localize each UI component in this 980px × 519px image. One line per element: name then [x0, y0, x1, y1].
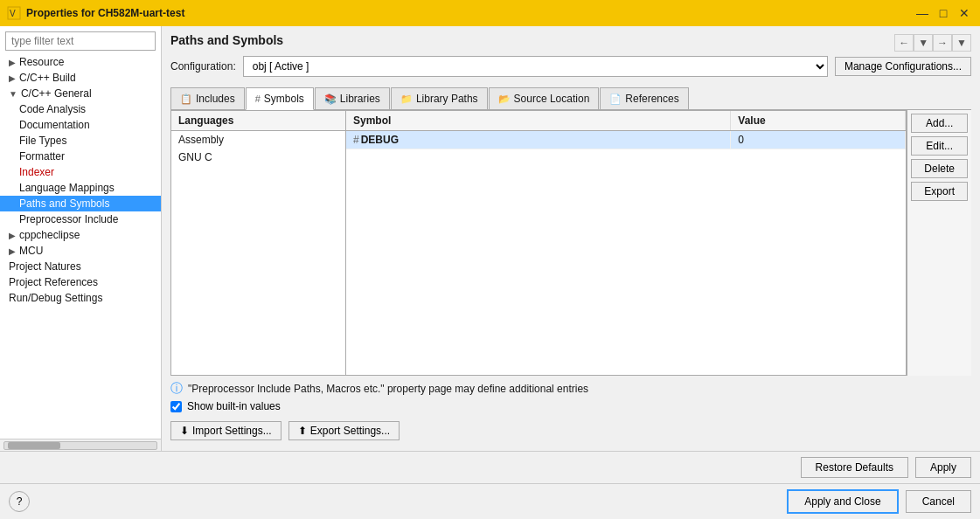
- sidebar-item-label: Project References: [9, 276, 98, 288]
- sidebar-item-label: Paths and Symbols: [19, 197, 109, 210]
- show-built-in-checkbox[interactable]: [170, 401, 182, 412]
- sidebar-item-label: Documentation: [19, 119, 90, 131]
- table-row[interactable]: #DEBUG 0: [346, 131, 906, 149]
- left-panel: ▶ Resource ▶ C/C++ Build ▼ C/C++ General…: [0, 26, 162, 451]
- sidebar-item-language-mappings[interactable]: Language Mappings: [0, 180, 161, 196]
- tab-references[interactable]: 📄 References: [600, 87, 688, 109]
- export-icon: ⬆: [298, 425, 307, 437]
- tab-includes-icon: 📋: [180, 93, 192, 105]
- lang-item-gnu-c[interactable]: GNU C: [171, 149, 345, 166]
- manage-configurations-button[interactable]: Manage Configurations...: [835, 57, 971, 76]
- config-label: Configuration:: [170, 60, 236, 73]
- sidebar-item-project-references[interactable]: Project References: [0, 274, 161, 290]
- minimize-button[interactable]: —: [914, 4, 931, 22]
- import-export-row: ⬇ Import Settings... ⬆ Export Settings..…: [170, 418, 971, 444]
- tab-includes[interactable]: 📋 Includes: [170, 87, 245, 109]
- sidebar-item-cppcheclipse[interactable]: ▶ cppcheclipse: [0, 227, 161, 243]
- sidebar-item-resource[interactable]: ▶ Resource: [0, 54, 161, 70]
- lang-item-assembly[interactable]: Assembly: [171, 131, 345, 149]
- sidebar-item-paths-symbols[interactable]: Paths and Symbols: [0, 196, 161, 211]
- expand-icon: ▼: [9, 89, 17, 99]
- sidebar-item-documentation[interactable]: Documentation: [0, 117, 161, 133]
- cancel-button[interactable]: Cancel: [906, 490, 971, 513]
- sidebar-item-code-analysis[interactable]: Code Analysis: [0, 101, 161, 117]
- tab-source-location-icon: 📂: [498, 93, 511, 105]
- tab-libraries[interactable]: 📚 Libraries: [315, 87, 390, 109]
- export-symbol-button[interactable]: Export: [911, 182, 968, 201]
- sidebar-item-cpp-build[interactable]: ▶ C/C++ Build: [0, 70, 161, 86]
- data-header: Symbol Value: [346, 111, 906, 131]
- import-icon: ⬇: [180, 425, 189, 437]
- tab-libraries-icon: 📚: [324, 93, 337, 105]
- expand-icon: ▶: [9, 246, 16, 256]
- sidebar-item-label: Code Analysis: [19, 103, 86, 115]
- sidebar-item-project-natures[interactable]: Project Natures: [0, 259, 161, 274]
- maximize-button[interactable]: □: [935, 4, 952, 22]
- lang-column-header: Languages: [171, 111, 345, 131]
- expand-icon: ▶: [9, 58, 16, 67]
- info-text: "Preprocessor Include Paths, Macros etc.…: [188, 383, 588, 395]
- nav-back-button[interactable]: ←: [894, 34, 914, 52]
- sidebar-item-mcu[interactable]: ▶ MCU: [0, 243, 161, 259]
- config-select[interactable]: obj [ Active ]: [243, 56, 828, 77]
- edit-button[interactable]: Edit...: [911, 136, 968, 156]
- restore-defaults-button[interactable]: Restore Defaults: [801, 457, 908, 478]
- tab-library-paths[interactable]: 📁 Library Paths: [391, 87, 488, 109]
- tab-symbols[interactable]: # Symbols: [246, 87, 314, 110]
- sidebar-item-label: C/C++ General: [21, 87, 92, 100]
- sidebar-item-preprocessor-include[interactable]: Preprocessor Include: [0, 211, 161, 227]
- add-button[interactable]: Add...: [911, 114, 968, 133]
- sidebar-item-run-debug-settings[interactable]: Run/Debug Settings: [0, 290, 161, 306]
- export-settings-button[interactable]: ⬆ Export Settings...: [288, 421, 400, 440]
- tab-symbols-icon: #: [255, 93, 261, 104]
- tab-references-icon: 📄: [609, 93, 622, 105]
- value-col-header: Value: [731, 111, 906, 130]
- sidebar-item-label: Language Mappings: [19, 182, 115, 194]
- sidebar-item-label: MCU: [19, 245, 43, 257]
- sidebar-item-formatter[interactable]: Formatter: [0, 149, 161, 164]
- apply-close-button[interactable]: Apply and Close: [787, 489, 898, 514]
- sidebar-item-label: Run/Debug Settings: [9, 292, 102, 304]
- sidebar-item-label: Resource: [19, 56, 64, 68]
- window-controls: — □ ✕: [914, 4, 973, 22]
- scrollbar-thumb: [8, 442, 60, 449]
- symbol-col-header: Symbol: [346, 111, 731, 130]
- value-cell: 0: [731, 131, 906, 149]
- table-section: Languages Assembly GNU C Symbol Value: [170, 110, 971, 376]
- import-settings-button[interactable]: ⬇ Import Settings...: [170, 421, 281, 440]
- data-rows: #DEBUG 0: [346, 131, 906, 375]
- tree-area: ▶ Resource ▶ C/C++ Build ▼ C/C++ General…: [0, 54, 161, 439]
- nav-forward-button[interactable]: →: [933, 34, 952, 52]
- sidebar-item-cpp-general[interactable]: ▼ C/C++ General: [0, 86, 161, 101]
- left-scrollbar[interactable]: [0, 439, 161, 451]
- help-button[interactable]: ?: [9, 491, 30, 512]
- tab-library-paths-icon: 📁: [400, 93, 413, 105]
- sidebar-item-label: Indexer: [19, 166, 54, 178]
- nav-dropdown-button[interactable]: ▼: [914, 34, 933, 52]
- show-built-in-label[interactable]: Show built-in values: [187, 400, 281, 412]
- apply-button[interactable]: Apply: [915, 457, 971, 478]
- language-panel: Languages Assembly GNU C: [171, 111, 346, 375]
- title-bar: V Properties for CH582M-uart-test — □ ✕: [0, 0, 980, 26]
- symbol-name: DEBUG: [361, 134, 399, 146]
- close-button[interactable]: ✕: [956, 4, 973, 22]
- nav-forward-dropdown-button[interactable]: ▼: [952, 34, 971, 52]
- sidebar-item-file-types[interactable]: File Types: [0, 133, 161, 149]
- scrollbar-track: [3, 441, 157, 450]
- filter-input[interactable]: [5, 31, 156, 51]
- tab-source-location[interactable]: 📂 Source Location: [489, 87, 600, 109]
- expand-icon: ▶: [9, 231, 16, 240]
- tab-bar: 📋 Includes # Symbols 📚 Libraries 📁 Libra…: [170, 87, 971, 110]
- sidebar-item-label: File Types: [19, 135, 66, 147]
- expand-icon: ▶: [9, 73, 16, 83]
- sidebar-item-indexer[interactable]: Indexer: [0, 164, 161, 180]
- main-area: ▶ Resource ▶ C/C++ Build ▼ C/C++ General…: [0, 26, 980, 451]
- sidebar-item-label: cppcheclipse: [19, 229, 80, 241]
- delete-button[interactable]: Delete: [911, 159, 968, 178]
- sidebar-item-label: Project Natures: [9, 260, 81, 273]
- info-row: ⓘ "Preprocessor Include Paths, Macros et…: [170, 376, 971, 398]
- sidebar-item-label: Formatter: [19, 150, 65, 163]
- info-icon: ⓘ: [170, 381, 183, 397]
- dialog-body: ▶ Resource ▶ C/C++ Build ▼ C/C++ General…: [0, 26, 980, 519]
- toolbar: ← ▼ → ▼: [894, 34, 971, 52]
